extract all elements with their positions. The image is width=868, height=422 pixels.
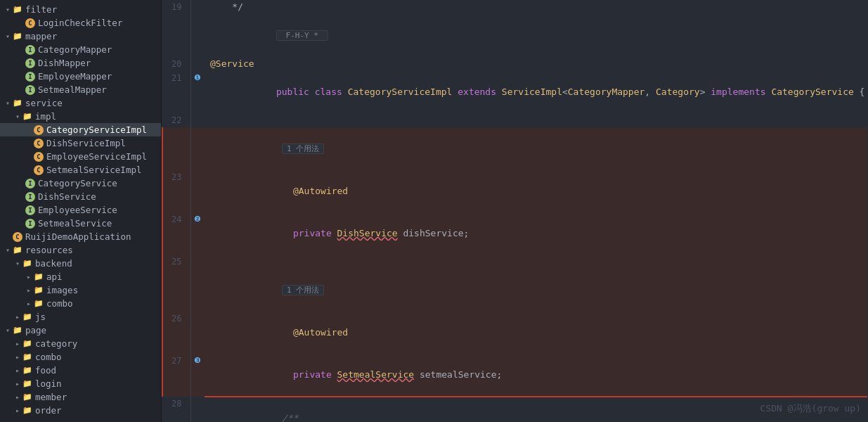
- code-table: 19 */ F-H-Y * 20 @Service: [162, 0, 868, 422]
- sidebar-label-DishService: DishService: [38, 191, 158, 202]
- folder-icon-api: 📁: [34, 272, 44, 281]
- table-row: 26 @Autowired: [162, 312, 867, 354]
- interface-icon-CategoryMapper: I: [25, 45, 35, 55]
- sidebar-label-SetmealServiceImpl: SetmealServiceImpl: [46, 165, 158, 175]
- class-icon-RuijiDemoApp: C: [13, 232, 22, 242]
- folder-icon-category: 📁: [22, 339, 32, 348]
- sidebar-item-EmployeeServiceImpl[interactable]: C EmployeeServiceImpl: [0, 150, 161, 163]
- sidebar-item-combo2[interactable]: 📁 combo: [0, 350, 161, 364]
- sidebar-item-DishServiceImpl[interactable]: C DishServiceImpl: [0, 136, 161, 150]
- table-row: 19 */: [162, 0, 867, 14]
- folder-icon-food: 📁: [22, 366, 32, 375]
- sidebar-item-SetmealService[interactable]: I SetmealService: [0, 217, 161, 230]
- arrow-page: [3, 326, 13, 334]
- line-number: [162, 269, 190, 312]
- arrow-login: [13, 380, 22, 388]
- sidebar-item-mapper[interactable]: 📁 mapper: [0, 30, 161, 43]
- class-icon-CategoryServiceImpl: C: [34, 125, 44, 135]
- sidebar-item-backend[interactable]: 📁 backend: [0, 257, 161, 270]
- sidebar-item-LoginCheckFilter[interactable]: C LoginCheckFilter: [0, 16, 161, 30]
- sidebar-item-category[interactable]: 📁 category: [0, 337, 161, 350]
- sidebar-item-api[interactable]: 📁 api: [0, 270, 161, 283]
- hint-fhy: F-H-Y *: [276, 30, 328, 41]
- sidebar-label-SetmealMapper: SetmealMapper: [38, 84, 158, 95]
- arrow-filter: [3, 6, 13, 13]
- sidebar-label-RuijiDemoApplication: RuijiDemoApplication: [25, 231, 158, 242]
- sidebar-item-resources[interactable]: 📁 resources: [0, 243, 161, 257]
- line-number: 28: [162, 397, 190, 422]
- folder-icon-filter: 📁: [13, 5, 22, 14]
- sidebar-item-SetmealMapper[interactable]: I SetmealMapper: [0, 83, 161, 96]
- line-number: [162, 127, 190, 170]
- folder-icon-mapper: 📁: [13, 32, 22, 41]
- sidebar-label-resources: resources: [25, 245, 158, 255]
- line-gutter: [190, 57, 205, 71]
- line-gutter: ❶: [190, 71, 205, 113]
- folder-icon-login: 📁: [22, 379, 32, 388]
- sidebar-label-filter: filter: [25, 4, 158, 15]
- sidebar-item-login[interactable]: 📁 login: [0, 377, 161, 390]
- folder-icon-member: 📁: [22, 392, 32, 402]
- arrow-order: [13, 407, 22, 414]
- line-gutter: [190, 269, 205, 312]
- sidebar-item-combo[interactable]: 📁 combo: [0, 297, 161, 310]
- arrow-api: [24, 273, 34, 281]
- class-icon-EmployeeServiceImpl: C: [34, 152, 44, 162]
- sidebar-item-js[interactable]: 📁 js: [0, 310, 161, 324]
- sidebar-item-EmployeeService[interactable]: I EmployeeService: [0, 203, 161, 217]
- file-tree: 📁 filter C LoginCheckFilter 📁 mapper I C…: [0, 0, 162, 422]
- line-number: 26: [162, 312, 190, 354]
- code-content[interactable]: 19 */ F-H-Y * 20 @Service: [162, 0, 868, 422]
- line-gutter: [190, 255, 205, 269]
- line-code: 1 个用法: [205, 269, 867, 312]
- line-gutter: ❸: [190, 354, 205, 397]
- interface-icon-DishMapper: I: [25, 58, 35, 68]
- sidebar-label-member: member: [35, 392, 158, 402]
- arrow-service: [3, 99, 13, 107]
- sidebar-item-service[interactable]: 📁 service: [0, 96, 161, 110]
- sidebar-label-EmployeeMapper: EmployeeMapper: [38, 71, 158, 82]
- line-gutter: ❷: [190, 212, 205, 255]
- sidebar-item-member[interactable]: 📁 member: [0, 390, 161, 404]
- sidebar-item-images[interactable]: 📁 images: [0, 283, 161, 297]
- sidebar-label-order: order: [35, 405, 158, 416]
- sidebar-item-SetmealServiceImpl[interactable]: C SetmealServiceImpl: [0, 163, 161, 177]
- interface-icon-EmployeeService: I: [25, 205, 35, 215]
- line-number: 20: [162, 57, 190, 71]
- sidebar-item-CategoryMapper[interactable]: I CategoryMapper: [0, 43, 161, 56]
- line-code: public class CategoryServiceImpl extends…: [205, 71, 867, 113]
- sidebar-item-CategoryService[interactable]: I CategoryService: [0, 177, 161, 190]
- sidebar-item-DishMapper[interactable]: I DishMapper: [0, 56, 161, 70]
- sidebar-item-page[interactable]: 📁 page: [0, 324, 161, 337]
- sidebar-item-food[interactable]: 📁 food: [0, 364, 161, 377]
- sidebar-item-CategoryServiceImpl[interactable]: C CategoryServiceImpl: [0, 123, 161, 136]
- line-gutter: [190, 170, 205, 212]
- table-row: 1 个用法: [162, 127, 867, 170]
- arrow-resources: [3, 246, 13, 254]
- sidebar-label-DishServiceImpl: DishServiceImpl: [46, 138, 158, 148]
- line-gutter: [190, 127, 205, 170]
- sidebar-item-impl[interactable]: 📁 impl: [0, 110, 161, 123]
- table-row: F-H-Y *: [162, 14, 867, 57]
- sidebar-label-combo2: combo: [35, 352, 158, 362]
- sidebar-item-order[interactable]: 📁 order: [0, 404, 161, 417]
- sidebar-item-filter[interactable]: 📁 filter: [0, 3, 161, 16]
- sidebar-item-RuijiDemoApplication[interactable]: C RuijiDemoApplication: [0, 230, 161, 243]
- sidebar-label-CategoryMapper: CategoryMapper: [38, 44, 158, 55]
- sidebar-label-EmployeeServiceImpl: EmployeeServiceImpl: [46, 151, 158, 162]
- sidebar-item-DishService[interactable]: I DishService: [0, 190, 161, 203]
- folder-icon-js: 📁: [22, 312, 32, 321]
- line-gutter: [190, 113, 205, 127]
- line-number: 19: [162, 0, 190, 14]
- sidebar-label-food: food: [35, 365, 158, 376]
- line-number: 27: [162, 354, 190, 397]
- sidebar-item-EmployeeMapper[interactable]: I EmployeeMapper: [0, 70, 161, 83]
- sidebar-label-api: api: [46, 271, 158, 282]
- hint-1-usage: 1 个用法: [282, 143, 324, 154]
- line-code: /**: [205, 397, 867, 422]
- interface-icon-DishService: I: [25, 192, 35, 202]
- sidebar-label-CategoryServiceImpl: CategoryServiceImpl: [46, 124, 158, 135]
- interface-icon-CategoryService: I: [25, 179, 35, 188]
- folder-icon-combo2: 📁: [22, 352, 32, 362]
- sidebar-label-images: images: [46, 285, 158, 295]
